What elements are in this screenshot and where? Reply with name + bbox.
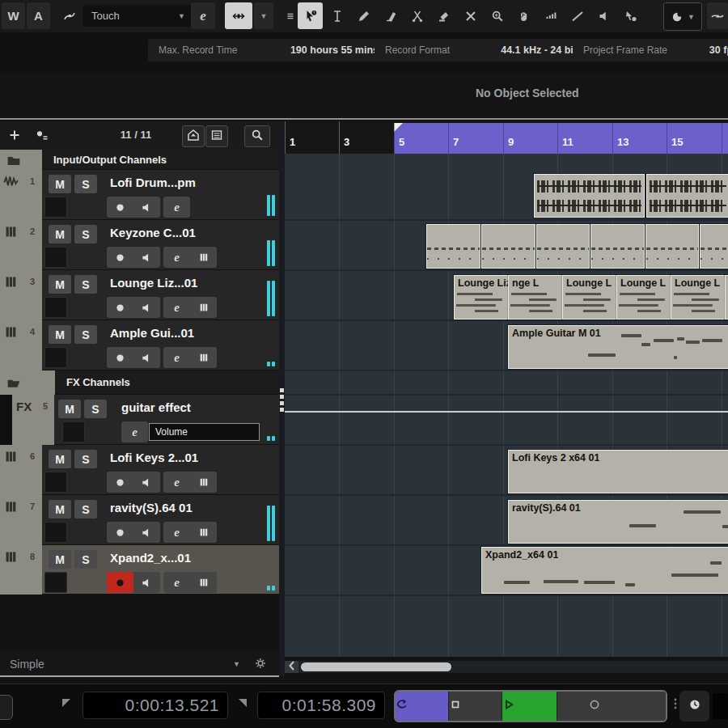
glue-tool-button[interactable] [431, 2, 456, 29]
clip[interactable] [700, 224, 728, 269]
track-enable-checkbox[interactable] [44, 197, 67, 218]
edit-channel-button[interactable]: e [163, 197, 190, 218]
monitor-button[interactable] [133, 522, 160, 543]
nudge-tool-button[interactable] [225, 2, 252, 29]
divider-handle[interactable] [280, 408, 284, 412]
edit-channel-button[interactable]: e [163, 347, 190, 368]
monitor-button[interactable] [133, 347, 160, 368]
nudge-dropdown-button[interactable]: ▼ [254, 2, 273, 29]
automation-curve-button[interactable] [58, 2, 81, 29]
folder-row-main[interactable]: FX Channels [55, 370, 279, 395]
track-row-main[interactable]: MSXpand2_x...01e [42, 545, 279, 595]
transport-left-button[interactable] [0, 695, 13, 720]
track-type-column[interactable]: 2 [0, 220, 42, 270]
track-row[interactable]: 3MSLounge Liz...01e [0, 270, 279, 320]
solo-button[interactable]: S [74, 175, 97, 193]
monitor-button[interactable] [133, 472, 160, 493]
clip[interactable] [426, 224, 480, 269]
track-type-column[interactable]: 6 [0, 445, 42, 495]
edit-channel-button[interactable]: e [121, 421, 148, 442]
folder-column[interactable] [0, 370, 55, 395]
split-tool-button[interactable] [404, 2, 430, 29]
record-enable-button[interactable] [107, 197, 133, 218]
track-type-column[interactable]: 1 [0, 170, 42, 220]
erase-tool-button[interactable] [378, 2, 403, 29]
track-preset-button[interactable] [29, 125, 55, 147]
clip[interactable]: Lofi Keys 2 x64 01 [508, 450, 728, 493]
track-row[interactable]: 6MSLofi Keys 2...01e [0, 445, 279, 495]
track-visibility-home-button[interactable] [182, 125, 205, 147]
track-row[interactable]: FX5MSguitar effecteVolume [0, 395, 279, 445]
mute-button[interactable]: M [49, 450, 71, 468]
folder-track-row[interactable]: FX Channels [0, 370, 279, 395]
record-enable-button[interactable] [107, 247, 133, 268]
gear-icon[interactable] [254, 657, 267, 673]
track-type-column[interactable]: 4 [0, 320, 42, 370]
event-display[interactable]: Lounge Lizarnge LLounge LLounge LLounge … [285, 154, 728, 657]
mute-button[interactable]: M [49, 225, 71, 243]
solo-button[interactable]: S [74, 225, 97, 243]
monitor-button[interactable] [133, 197, 160, 218]
clip[interactable]: Lounge Lizar [454, 275, 508, 320]
record-enable-button[interactable] [107, 347, 133, 368]
automation-mode-dropdown[interactable]: Touch ▼ [83, 5, 192, 27]
cycle-start-flag[interactable] [394, 123, 403, 132]
read-automation-button[interactable]: A [27, 2, 50, 29]
track-scale-preset[interactable]: Simple [10, 658, 44, 671]
object-selection-tool-button[interactable] [298, 2, 323, 29]
stop-button[interactable] [449, 692, 502, 721]
mute-button[interactable]: M [58, 400, 81, 418]
time-display-button[interactable] [679, 691, 709, 722]
record-enable-button[interactable] [107, 472, 133, 493]
range-selection-tool-button[interactable] [324, 2, 349, 29]
mute-button[interactable]: M [49, 550, 71, 569]
track-row-main[interactable]: MSLounge Liz...01e [42, 270, 279, 320]
open-instrument-button[interactable] [190, 472, 217, 493]
clip[interactable] [536, 224, 590, 269]
track-row[interactable]: 4MSAmple Gui...01e [0, 320, 279, 370]
find-track-button[interactable] [244, 125, 270, 147]
track-row-main[interactable]: MSAmple Gui...01e [42, 320, 279, 370]
clip[interactable]: Lounge L [671, 275, 725, 320]
left-locator-time[interactable]: 0:00:13.521 [83, 692, 228, 719]
track-type-column[interactable]: FX5 [12, 395, 54, 445]
line-tool-button[interactable] [565, 2, 590, 29]
track-row[interactable]: 7MSravity(S).64 01e [0, 495, 279, 545]
timeline-ruler[interactable]: 13579111315 [285, 121, 728, 154]
monitor-button[interactable] [133, 572, 160, 593]
panel-divider[interactable] [279, 121, 285, 676]
record-enable-button[interactable] [107, 297, 133, 318]
edit-channel-button[interactable]: e [163, 297, 190, 318]
open-instrument-button[interactable] [190, 522, 217, 543]
track-enable-checkbox[interactable] [44, 347, 67, 368]
record-enable-button[interactable] [107, 522, 133, 543]
write-automation-button[interactable]: W [2, 2, 25, 29]
clip[interactable]: nge L [508, 275, 562, 320]
audition-tool-button[interactable] [538, 2, 563, 29]
track-row-main[interactable]: MSguitar effecteVolume [54, 395, 279, 445]
open-instrument-button[interactable] [190, 347, 217, 368]
solo-button[interactable]: S [74, 550, 97, 569]
solo-button[interactable]: S [74, 500, 97, 518]
monitor-button[interactable] [133, 247, 160, 268]
track-type-column[interactable]: 7 [0, 495, 42, 545]
track-enable-checkbox[interactable] [44, 472, 67, 493]
right-locator-icon[interactable] [236, 696, 249, 713]
clip[interactable]: Ample Guitar M 01 [508, 325, 728, 369]
folder-row-main[interactable]: Input/Output Channels [42, 150, 279, 170]
edit-channel-button[interactable]: e [191, 2, 215, 29]
mute-button[interactable]: M [49, 500, 71, 518]
scrollbar-thumb[interactable] [301, 662, 451, 671]
color-tool-button[interactable] [618, 2, 643, 29]
track-enable-checkbox[interactable] [44, 572, 67, 593]
track-row-main[interactable]: MSKeyzone C...01e [42, 220, 279, 270]
play-button[interactable] [502, 692, 557, 721]
add-track-button[interactable] [3, 125, 26, 147]
monitor-button[interactable] [133, 297, 160, 318]
track-row-main[interactable]: MSravity(S).64 01e [42, 495, 279, 545]
clip[interactable]: Lounge L [562, 275, 616, 320]
clip[interactable] [645, 224, 699, 269]
record-button[interactable] [557, 692, 666, 721]
clip[interactable]: Xpand2_x64 01 [481, 547, 728, 594]
track-row[interactable]: 8MSXpand2_x...01e [0, 545, 279, 595]
